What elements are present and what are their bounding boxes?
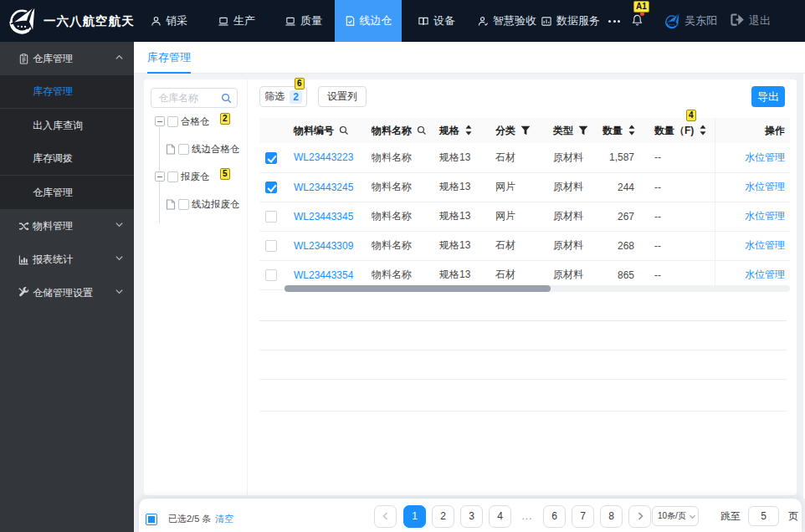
top-nav-1[interactable]: 销采 bbox=[151, 0, 187, 42]
cell-category: 石材 bbox=[487, 143, 545, 172]
row-checkbox[interactable] bbox=[265, 240, 277, 252]
material-code-link[interactable]: WL23443223 bbox=[294, 151, 353, 163]
sidebar-group-1[interactable]: 仓库管理 bbox=[0, 42, 134, 75]
tree-collapse-icon[interactable] bbox=[155, 171, 165, 182]
top-nav-3[interactable]: 质量 bbox=[285, 0, 322, 42]
tab-bar: 库存管理 bbox=[134, 42, 805, 74]
page-button-4[interactable]: 4 bbox=[489, 505, 511, 528]
cell-code: WL23443245 bbox=[285, 172, 363, 202]
selected-count: 已选2/5 条 bbox=[168, 513, 211, 525]
water-level-link[interactable]: 水位管理 bbox=[745, 239, 785, 251]
inventory-table: 物料编号物料名称规格分类类型数量数量（F)操作 WL23443223 物料名称 … bbox=[259, 118, 790, 290]
cell-qty-f: -- bbox=[646, 172, 715, 202]
table-row: WL23443223 物料名称 规格13 石材 原材料 1,587 -- 水位管… bbox=[259, 143, 790, 172]
material-code-link[interactable]: WL23443345 bbox=[294, 211, 353, 223]
sidebar-item-4[interactable]: 仓库管理 bbox=[0, 176, 134, 209]
search-icon[interactable] bbox=[339, 125, 349, 138]
row-checkbox[interactable] bbox=[265, 152, 277, 164]
prev-page-button[interactable] bbox=[374, 505, 397, 528]
cell-spec: 规格13 bbox=[431, 202, 487, 231]
sidebar-group-4[interactable]: 仓储管理设置 bbox=[0, 276, 134, 309]
tree-collapse-icon[interactable] bbox=[155, 116, 165, 126]
material-code-link[interactable]: WL23443354 bbox=[294, 269, 353, 281]
select-all-checkbox[interactable] bbox=[146, 514, 157, 525]
page-button-1[interactable]: 1 bbox=[403, 505, 426, 528]
search-icon[interactable] bbox=[221, 93, 232, 106]
cell-code: WL23443309 bbox=[285, 231, 363, 260]
clear-selection-link[interactable]: 清空 bbox=[215, 513, 233, 525]
sidebar-item-3[interactable]: 库存调拨 bbox=[0, 142, 134, 176]
table-header: 物料编号物料名称规格分类类型数量数量（F)操作 bbox=[259, 118, 790, 143]
page-button-7[interactable]: 7 bbox=[572, 505, 594, 528]
tree-node-label[interactable]: 线边报废仓 bbox=[192, 198, 240, 211]
user-avatar[interactable] bbox=[664, 0, 682, 42]
water-level-link[interactable]: 水位管理 bbox=[745, 210, 785, 222]
top-nav-6[interactable]: 智慧验收 bbox=[478, 0, 536, 42]
page-button-6[interactable]: 6 bbox=[543, 505, 566, 528]
tree-node-child: 线边合格仓 bbox=[166, 142, 240, 156]
material-code-link[interactable]: WL23443245 bbox=[294, 182, 353, 193]
chevron-down-icon bbox=[115, 287, 124, 299]
water-level-link[interactable]: 水位管理 bbox=[745, 151, 785, 163]
filter-count-badge: 2 bbox=[290, 90, 302, 104]
vertical-scrollbar[interactable] bbox=[797, 74, 803, 499]
cell-qty-f: -- bbox=[646, 143, 715, 172]
page-size-select[interactable]: 10条/页 bbox=[652, 506, 699, 526]
page-button-3[interactable]: 3 bbox=[460, 505, 483, 528]
cell-name: 物料名称 bbox=[363, 172, 431, 202]
warehouse-search-input[interactable] bbox=[158, 92, 223, 104]
next-page-button[interactable] bbox=[628, 505, 651, 528]
row-checkbox[interactable] bbox=[265, 211, 277, 223]
column-settings-button[interactable]: 设置列 bbox=[318, 86, 367, 107]
sort-icon[interactable] bbox=[464, 125, 473, 138]
more-menu-button[interactable] bbox=[608, 0, 620, 42]
horizontal-scrollbar-thumb[interactable] bbox=[285, 285, 551, 292]
table-row: WL23443245 物料名称 规格13 网片 原材料 244 -- 水位管理 bbox=[259, 172, 790, 202]
tree-node-label[interactable]: 报废仓 bbox=[181, 171, 210, 183]
top-nav-7[interactable]: 数据服务 bbox=[541, 0, 600, 42]
export-button[interactable]: 导出 bbox=[751, 86, 785, 107]
top-nav-5[interactable]: 设备 bbox=[418, 0, 455, 42]
page-word: 页 bbox=[788, 509, 798, 524]
empty-row-divider bbox=[259, 379, 787, 380]
tree-checkbox[interactable] bbox=[167, 171, 178, 182]
sidebar-item-2[interactable]: 出入库查询 bbox=[0, 109, 134, 142]
logout-icon bbox=[730, 13, 744, 28]
tab-inventory[interactable]: 库存管理 bbox=[147, 42, 191, 74]
horizontal-scrollbar-track[interactable] bbox=[285, 285, 790, 292]
table-body: WL23443223 物料名称 规格13 石材 原材料 1,587 -- 水位管… bbox=[259, 143, 790, 289]
filter-icon[interactable] bbox=[520, 125, 531, 138]
sidebar-group-2[interactable]: 物料管理 bbox=[0, 209, 134, 243]
tree-node-label[interactable]: 合格仓 bbox=[181, 115, 210, 128]
tree-checkbox[interactable] bbox=[178, 144, 189, 155]
table-header-row: 物料编号物料名称规格分类类型数量数量（F)操作 bbox=[259, 118, 790, 143]
logout-button[interactable]: 退出 bbox=[730, 0, 771, 42]
top-nav-4[interactable]: 线边仓 bbox=[335, 0, 402, 42]
user-name[interactable]: 吴东阳 bbox=[685, 0, 717, 42]
col-header: 分类 bbox=[487, 118, 545, 143]
top-nav-2[interactable]: 生产 bbox=[218, 0, 255, 42]
sidebar-item-1[interactable]: 库存管理 bbox=[0, 75, 134, 109]
row-checkbox[interactable] bbox=[265, 269, 277, 281]
page-button-8[interactable]: 8 bbox=[600, 505, 623, 528]
search-icon[interactable] bbox=[417, 125, 427, 138]
tree-checkbox[interactable] bbox=[167, 116, 178, 127]
cell-name: 物料名称 bbox=[363, 231, 431, 260]
sort-icon[interactable] bbox=[628, 125, 636, 138]
jump-page-input[interactable] bbox=[748, 506, 779, 526]
water-level-link[interactable]: 水位管理 bbox=[745, 181, 785, 192]
page-ellipsis[interactable]: ... bbox=[517, 505, 537, 528]
cell-action: 水位管理 bbox=[715, 172, 790, 202]
tree-checkbox[interactable] bbox=[178, 199, 189, 210]
cell-category: 石材 bbox=[487, 231, 545, 260]
row-checkbox[interactable] bbox=[265, 182, 277, 193]
sidebar-group-3[interactable]: 报表统计 bbox=[0, 243, 134, 276]
filter-icon[interactable] bbox=[578, 125, 588, 138]
water-level-link[interactable]: 水位管理 bbox=[745, 269, 785, 280]
page-button-2[interactable]: 2 bbox=[432, 505, 454, 528]
material-code-link[interactable]: WL23443309 bbox=[294, 240, 353, 252]
tree-node-label[interactable]: 线边合格仓 bbox=[192, 143, 240, 156]
pagination: 1234...67810条/页跳至页 bbox=[368, 499, 798, 532]
sort-icon[interactable] bbox=[699, 125, 707, 138]
col-header: 类型 bbox=[545, 118, 594, 143]
